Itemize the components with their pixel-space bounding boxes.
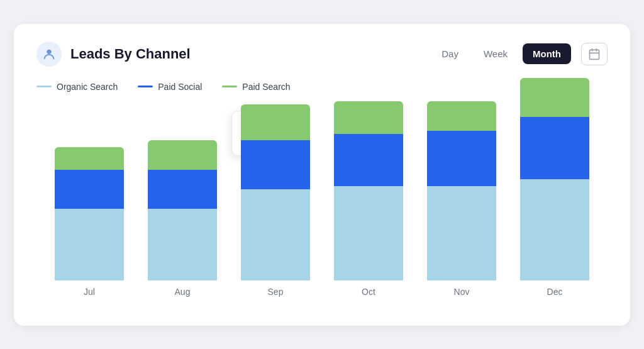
bar-segment-organic: [148, 209, 217, 280]
bar-segment-paid-social: [520, 117, 589, 179]
bar-segment-organic: [241, 189, 310, 280]
bar-segment-paid-search: [334, 101, 403, 134]
x-label-sep: Sep: [241, 287, 310, 297]
bar-dec[interactable]: [520, 78, 589, 280]
paid-social-label: Paid Social: [158, 82, 202, 92]
bar-segment-paid-social: [148, 170, 217, 209]
week-button[interactable]: Week: [474, 43, 518, 64]
paid-search-label: Paid Search: [242, 82, 290, 92]
x-label-dec: Dec: [520, 287, 589, 297]
bar-group[interactable]: [241, 104, 310, 280]
bar-segment-paid-social: [55, 170, 124, 209]
bar-segment-paid-search: [148, 140, 217, 170]
calendar-icon: [588, 48, 601, 60]
header-left: Leads By Channel: [36, 42, 191, 67]
x-label-jul: Jul: [55, 287, 124, 297]
bar-segment-paid-social: [241, 140, 310, 189]
bar-group[interactable]: [55, 147, 124, 280]
bar-jul[interactable]: [55, 147, 124, 280]
bar-oct[interactable]: [334, 101, 403, 280]
month-button[interactable]: Month: [523, 43, 571, 64]
organic-search-label: Organic Search: [57, 82, 118, 92]
bar-segment-paid-social: [334, 134, 403, 186]
bar-segment-paid-search: [427, 101, 496, 131]
bar-nov[interactable]: [427, 101, 496, 280]
bar-group[interactable]: [520, 78, 589, 280]
x-axis-labels: JulAugSepOctNovDec: [36, 280, 608, 297]
bar-segment-paid-search: [55, 147, 124, 170]
x-label-aug: Aug: [148, 287, 217, 297]
bar-segment-paid-search: [520, 78, 589, 117]
bar-group[interactable]: [334, 101, 403, 280]
bar-segment-paid-social: [427, 131, 496, 186]
bar-segment-organic: [334, 186, 403, 280]
page-title: Leads By Channel: [70, 46, 191, 62]
bar-group[interactable]: [148, 140, 217, 280]
header-controls: Day Week Month: [431, 43, 608, 65]
bar-sep[interactable]: [241, 104, 310, 280]
calendar-button[interactable]: [581, 43, 608, 65]
paid-social-line: [138, 86, 153, 87]
bar-aug[interactable]: [148, 140, 217, 280]
bar-segment-organic: [520, 179, 589, 280]
bar-group[interactable]: [427, 101, 496, 280]
bars-container: [36, 104, 608, 280]
legend-paid-social: Paid Social: [138, 82, 202, 92]
legend-organic-search: Organic Search: [36, 82, 118, 92]
bar-segment-organic: [55, 209, 124, 280]
x-label-oct: Oct: [334, 287, 403, 297]
bar-segment-organic: [427, 186, 496, 280]
day-button[interactable]: Day: [431, 43, 469, 64]
avatar: [36, 42, 62, 67]
card-header: Leads By Channel Day Week Month: [36, 42, 608, 67]
legend-paid-search: Paid Search: [222, 82, 290, 92]
x-label-nov: Nov: [427, 287, 496, 297]
bar-segment-paid-search: [241, 104, 310, 140]
svg-rect-1: [590, 50, 599, 59]
chart-area: Paid Search 120 JulAugSepOctNovDec: [36, 104, 608, 306]
organic-search-line: [36, 86, 52, 87]
svg-point-0: [47, 49, 51, 53]
leads-by-channel-card: Leads By Channel Day Week Month Organic …: [14, 24, 630, 326]
paid-search-line: [222, 86, 237, 87]
